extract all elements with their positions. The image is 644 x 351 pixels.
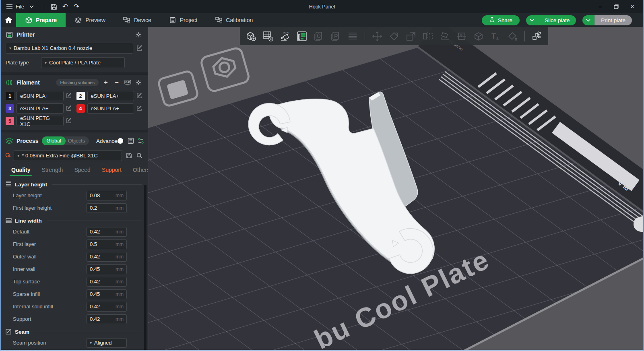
share-button[interactable]: Share xyxy=(482,15,520,25)
filament-badge[interactable]: 5 xyxy=(6,117,14,125)
split-to-parts-icon xyxy=(328,29,344,44)
tab-bar: PreparePreviewDeviceProjectCalibration S… xyxy=(1,13,643,27)
setting-input[interactable]: 0.42mm xyxy=(87,302,127,312)
setting-input[interactable]: 0.42mm xyxy=(87,252,127,262)
plate-type-select[interactable]: ▾ Cool Plate / PLA Plate xyxy=(41,57,125,68)
device-icon xyxy=(123,17,130,24)
filament-edit-icon[interactable] xyxy=(66,118,72,124)
home-button[interactable] xyxy=(1,13,16,27)
advanced-label: Advanced xyxy=(96,138,120,144)
reset-preset-icon[interactable]: ⟳ xyxy=(3,151,12,160)
setting-input[interactable]: 0.45mm xyxy=(87,289,127,299)
process-section-title: Process xyxy=(17,138,38,144)
filament-select[interactable]: eSUN PLA+ xyxy=(87,91,134,101)
setting-value: 0.42 xyxy=(90,304,100,310)
slice-plate-button[interactable]: Slice plate xyxy=(526,15,576,25)
arrange-icon[interactable] xyxy=(294,29,310,44)
setting-input[interactable]: 0.42mm xyxy=(87,277,127,287)
printer-settings-gear-icon[interactable] xyxy=(135,31,142,38)
process-tab-strength[interactable]: Strength xyxy=(36,165,68,176)
tab-project[interactable]: Project xyxy=(160,13,206,27)
process-preset-value: * 0.08mm Extra Fine @BBL X1C xyxy=(22,153,97,159)
setting-row: Default0.42mm xyxy=(1,225,148,238)
printer-select[interactable]: ▾ Bambu Lab X1 Carbon 0.4 nozzle xyxy=(6,43,133,54)
setting-input[interactable]: 0.08mm xyxy=(87,191,127,200)
assembly-view-icon[interactable] xyxy=(529,29,545,44)
add-filament-button[interactable]: + xyxy=(102,79,109,86)
filament-slot-5: 5eSUN PETG X1C xyxy=(6,116,72,126)
scope-objects[interactable]: Objects xyxy=(66,138,89,144)
tab-prepare[interactable]: Prepare xyxy=(16,13,66,27)
process-scope-toggle[interactable]: Global Objects xyxy=(42,136,89,145)
print-plate-button[interactable]: Print plate xyxy=(582,15,632,25)
setting-value: Aligned xyxy=(94,340,111,346)
process-tab-others[interactable]: Others xyxy=(127,165,148,176)
tab-device[interactable]: Device xyxy=(114,13,160,27)
filament-select[interactable]: eSUN PLA+ xyxy=(17,91,64,101)
add-model-icon[interactable] xyxy=(243,29,259,44)
print-options-chevron[interactable] xyxy=(582,15,594,25)
setting-row: First layer0.5mm xyxy=(1,238,148,250)
filament-select[interactable]: eSUN PLA+ xyxy=(17,103,64,114)
setting-row: Support0.42mm xyxy=(1,313,148,325)
printer-section-header: Printer xyxy=(1,27,148,41)
filament-section-title: Filament xyxy=(17,79,40,86)
ams-sync-icon[interactable] xyxy=(124,79,131,86)
undo-icon[interactable]: ↶ xyxy=(62,3,69,10)
svg-text:AUTO: AUTO xyxy=(283,31,289,34)
filament-edit-icon[interactable] xyxy=(136,105,143,112)
scope-global[interactable]: Global xyxy=(42,136,65,145)
search-preset-icon[interactable] xyxy=(136,152,143,159)
viewport-toolbar: AUTOTa xyxy=(240,27,548,45)
filament-select[interactable]: eSUN PETG X1C xyxy=(17,116,64,126)
setting-row: Outer wall0.42mm xyxy=(1,250,148,263)
filament-select[interactable]: eSUN PLA+ xyxy=(87,103,134,114)
tab-calibration[interactable]: Calibration xyxy=(206,13,262,27)
printer-icon xyxy=(6,31,13,38)
compare-presets-icon[interactable] xyxy=(138,137,144,145)
plate-type-value: Cool Plate / PLA Plate xyxy=(49,60,101,66)
add-plate-icon[interactable] xyxy=(260,29,276,44)
setting-label: Inner wall xyxy=(13,266,87,272)
hamburger-menu-icon xyxy=(6,3,13,10)
maximize-button[interactable] xyxy=(609,2,623,12)
filament-badge[interactable]: 3 xyxy=(6,104,14,113)
process-preset-select[interactable]: ▾ * 0.08mm Extra Fine @BBL X1C xyxy=(14,150,122,161)
filament-badge[interactable]: 1 xyxy=(6,92,14,100)
file-menu[interactable]: File xyxy=(6,3,24,10)
save-icon[interactable] xyxy=(50,3,58,10)
close-button[interactable]: ✕ xyxy=(625,2,639,12)
plate-type-label: Plate type xyxy=(6,60,38,66)
filament-badge[interactable]: 2 xyxy=(76,92,85,100)
slice-options-chevron[interactable] xyxy=(526,15,538,25)
filament-edit-icon[interactable] xyxy=(66,93,72,99)
setting-input[interactable]: 0.42mm xyxy=(87,314,127,324)
settings-group-title: Seam xyxy=(15,329,29,335)
setting-row: Sparse infill0.45mm xyxy=(1,288,148,300)
chevron-down-icon[interactable] xyxy=(28,3,35,10)
printer-edit-icon[interactable] xyxy=(136,45,143,52)
filament-settings-gear-icon[interactable] xyxy=(135,79,142,86)
setting-unit: mm xyxy=(116,316,124,322)
process-tab-quality[interactable]: Quality xyxy=(6,165,36,176)
viewport-3d[interactable]: PLA GLUE STICK bu Cool Plate xyxy=(148,27,643,350)
auto-orient-icon[interactable]: AUTO xyxy=(277,29,293,44)
settings-scrollbar[interactable] xyxy=(144,185,147,350)
setting-select[interactable]: ▾Aligned xyxy=(87,338,127,348)
filament-edit-icon[interactable] xyxy=(136,93,143,99)
setting-input[interactable]: 0.45mm xyxy=(87,264,127,274)
process-tab-speed[interactable]: Speed xyxy=(68,165,96,176)
setting-input[interactable]: 0.42mm xyxy=(87,227,127,237)
parameter-table-icon[interactable] xyxy=(128,137,134,145)
flushing-volumes-button[interactable]: Flushing volumes xyxy=(56,79,99,86)
process-tab-support[interactable]: Support xyxy=(96,165,127,176)
redo-icon[interactable]: ↷ xyxy=(73,3,80,10)
minimize-button[interactable]: – xyxy=(593,2,607,12)
filament-badge[interactable]: 4 xyxy=(76,104,85,113)
setting-input[interactable]: 0.5mm xyxy=(87,240,127,249)
save-preset-icon[interactable] xyxy=(125,152,132,159)
tab-preview[interactable]: Preview xyxy=(66,13,114,27)
remove-filament-button[interactable]: − xyxy=(113,79,120,86)
filament-edit-icon[interactable] xyxy=(66,105,72,112)
setting-input[interactable]: 0.2mm xyxy=(87,203,127,213)
